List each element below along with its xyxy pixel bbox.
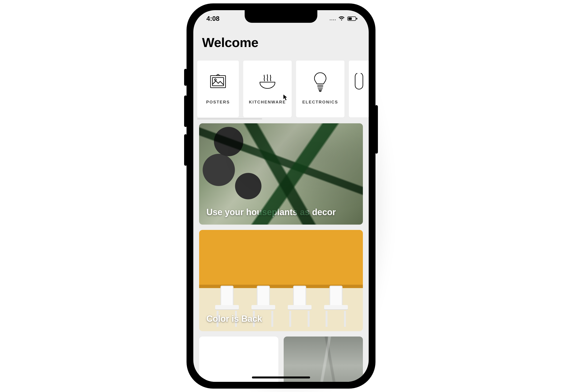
article-feed[interactable]: Use your houseplants as decor Color is B… — [193, 119, 369, 382]
small-card-blank[interactable] — [199, 336, 278, 382]
home-indicator[interactable] — [252, 377, 310, 379]
phone-frame: 4:08 — [187, 3, 375, 389]
wifi-icon — [338, 16, 345, 21]
partial-icon — [349, 72, 369, 92]
page-title: Welcome — [202, 35, 360, 50]
category-electronics[interactable]: ELECTRONICS — [296, 60, 344, 117]
category-label: ELECTRONICS — [302, 100, 338, 105]
category-partial[interactable] — [349, 60, 369, 117]
cellular-icon — [330, 17, 336, 20]
svg-rect-4 — [212, 78, 223, 86]
small-card-image[interactable] — [284, 336, 363, 382]
feature-card-title: Color is Back — [206, 314, 356, 324]
category-scroller[interactable]: POSTERS KITCHENWARE — [193, 59, 369, 117]
category-posters[interactable]: POSTERS — [197, 60, 239, 117]
category-kitchenware[interactable]: KITCHENWARE — [243, 60, 292, 117]
feature-card-plants[interactable]: Use your houseplants as decor — [199, 123, 363, 225]
frame-icon — [208, 72, 228, 92]
svg-rect-1 — [356, 18, 357, 20]
phone-volume-down — [184, 134, 187, 166]
category-label: KITCHENWARE — [249, 100, 286, 105]
phone-screen: 4:08 — [193, 10, 369, 382]
phone-power-button — [375, 105, 378, 154]
bulb-icon — [310, 72, 330, 92]
feature-card-color[interactable]: Color is Back — [199, 230, 363, 331]
phone-notch — [245, 10, 317, 23]
svg-point-5 — [215, 79, 216, 81]
phone-side-button — [184, 69, 187, 86]
category-label: POSTERS — [206, 100, 230, 105]
page-header: Welcome — [193, 30, 369, 57]
feature-card-title: Use your houseplants as decor — [206, 207, 356, 217]
status-time: 4:08 — [203, 15, 220, 23]
phone-volume-up — [184, 95, 187, 127]
bowl-steam-icon — [257, 72, 278, 92]
svg-rect-2 — [348, 17, 352, 20]
secondary-row — [199, 336, 363, 382]
battery-icon — [347, 16, 358, 21]
